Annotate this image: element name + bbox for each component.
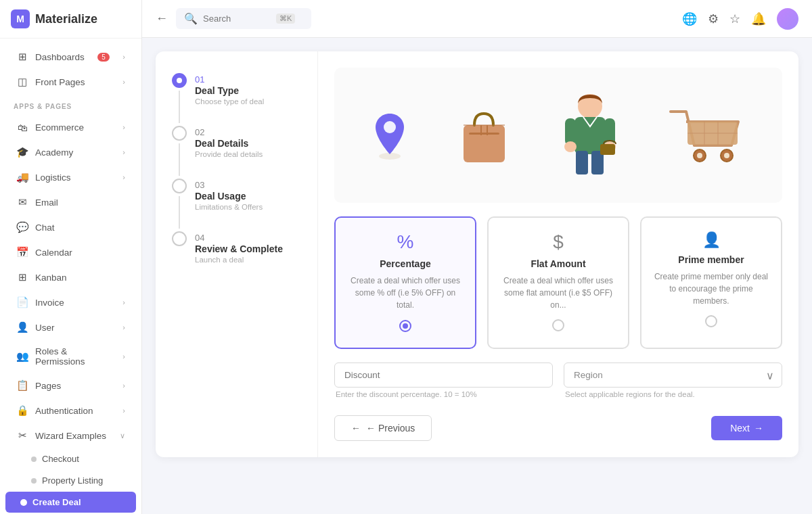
- front-pages-label: Front Pages: [35, 77, 85, 87]
- search-shortcut: ⌘K: [276, 14, 295, 24]
- deal-card-percentage[interactable]: % Percentage Create a deal which offer u…: [334, 216, 476, 349]
- discount-input[interactable]: [334, 363, 553, 388]
- bag-illustration: [455, 101, 513, 169]
- collapse-button[interactable]: ←: [156, 11, 168, 26]
- main-area: ← 🔍 ⌘K 🌐 ⚙ ☆ 🔔: [142, 0, 812, 514]
- step-2-connector: [179, 143, 180, 176]
- sidebar-item-logistics[interactable]: 🚚 Logistics ›: [5, 165, 136, 189]
- percentage-radio[interactable]: [399, 320, 411, 332]
- svg-rect-14: [600, 144, 615, 155]
- wizard-footer: ← ← Previous Next →: [334, 415, 782, 441]
- roles-icon: 👥: [16, 350, 28, 363]
- sidebar-navigation: ⊞ Dashboards 5 › ◫ Front Pages › APPS & …: [0, 39, 141, 514]
- search-bar[interactable]: 🔍 ⌘K: [176, 8, 311, 29]
- sidebar-item-create-deal[interactable]: Create Deal: [5, 492, 136, 513]
- calendar-label: Calendar: [35, 248, 72, 258]
- invoice-icon: 📄: [16, 296, 28, 308]
- percentage-title: Percentage: [346, 258, 464, 269]
- sidebar-item-kanban[interactable]: ⊞ Kanban: [5, 265, 136, 289]
- logistics-label: Logistics: [35, 172, 71, 183]
- sidebar-item-checkout[interactable]: Checkout: [5, 448, 136, 469]
- previous-label: ← Previous: [366, 423, 415, 434]
- avatar-image: [777, 8, 798, 30]
- deal-card-prime-member[interactable]: 👤 Prime member Create prime member only …: [640, 216, 782, 349]
- section-label: APPS & PAGES: [0, 95, 141, 114]
- svg-point-12: [564, 141, 577, 152]
- prime-member-desc: Create prime member only deal to encoura…: [652, 271, 770, 307]
- sidebar-item-property-listing[interactable]: Property Listing: [5, 470, 136, 491]
- sidebar: M Materialize ⊞ Dashboards 5 › ◫ Front P…: [0, 0, 142, 514]
- translate-icon[interactable]: 🌐: [682, 11, 697, 26]
- chat-label: Chat: [35, 223, 55, 233]
- sidebar-item-email[interactable]: ✉ Email: [5, 190, 136, 214]
- sidebar-item-wizard-examples[interactable]: ✂ Wizard Examples ∨: [5, 423, 136, 448]
- deal-illustrations: [334, 68, 782, 203]
- sidebar-item-front-pages[interactable]: ◫ Front Pages ›: [5, 70, 136, 94]
- wizard-icon: ✂: [16, 429, 28, 442]
- authentication-label: Authentication: [35, 406, 93, 416]
- sidebar-item-chat[interactable]: 💬 Chat: [5, 215, 136, 239]
- step-3-subtitle: Limitations & Offers: [195, 203, 263, 211]
- user-icon: 👤: [16, 321, 28, 333]
- step-3-content: 03 Deal Usage Limitations & Offers: [195, 179, 263, 231]
- prime-member-radio[interactable]: [705, 315, 717, 327]
- next-arrow-icon: →: [754, 423, 763, 434]
- invoice-label: Invoice: [35, 298, 64, 308]
- authentication-icon: 🔒: [16, 404, 28, 417]
- step-4-circle: [172, 231, 187, 246]
- dashboards-arrow: ›: [122, 53, 125, 61]
- step-2-title: Deal Details: [195, 138, 263, 149]
- step-1-subtitle: Choose type of deal: [195, 97, 264, 106]
- search-input[interactable]: [203, 14, 271, 24]
- sidebar-item-dashboards[interactable]: ⊞ Dashboards 5 ›: [5, 45, 136, 69]
- region-select[interactable]: Region North America Europe Asia South A…: [564, 363, 782, 388]
- pin-svg: [371, 110, 409, 161]
- header: ← 🔍 ⌘K 🌐 ⚙ ☆ 🔔: [142, 0, 812, 38]
- email-label: Email: [35, 197, 58, 208]
- steps-panel: 01 Deal Type Choose type of deal 02 Deal…: [156, 51, 318, 457]
- sidebar-item-user[interactable]: 👤 User ›: [5, 315, 136, 340]
- deal-card-flat-amount[interactable]: $ Flat Amount Create a deal which offer …: [487, 216, 629, 349]
- header-right: 🌐 ⚙ ☆ 🔔: [682, 8, 798, 30]
- sidebar-item-roles[interactable]: 👥 Roles & Permissions ›: [5, 340, 136, 373]
- sidebar-item-academy[interactable]: 🎓 Academy ›: [5, 140, 136, 164]
- dashboards-icon: ⊞: [16, 51, 28, 63]
- prime-member-title: Prime member: [652, 254, 770, 265]
- wizard-card: 01 Deal Type Choose type of deal 02 Deal…: [156, 51, 798, 457]
- region-select-wrap: Region North America Europe Asia South A…: [564, 363, 782, 388]
- step-2-subtitle: Provide deal details: [195, 150, 263, 158]
- step-2-left: [172, 126, 187, 179]
- pages-icon: 📋: [16, 379, 28, 392]
- discount-hint: Enter the discount percentage. 10 = 10%: [334, 390, 553, 398]
- step-2: 02 Deal Details Provide deal details: [172, 126, 301, 179]
- step-1-content: 01 Deal Type Choose type of deal: [195, 73, 264, 126]
- bookmarks-icon[interactable]: ☆: [729, 11, 740, 26]
- property-label: Property Listing: [42, 475, 103, 486]
- prev-arrow-icon: ←: [351, 423, 361, 434]
- step-4-number: 04: [195, 233, 283, 243]
- step-1-left: [172, 73, 187, 126]
- property-dot: [31, 478, 37, 484]
- sidebar-item-ecommerce[interactable]: 🛍 Ecommerce ›: [5, 115, 136, 139]
- settings-icon[interactable]: ⚙: [708, 11, 719, 26]
- step-1-circle: [172, 73, 187, 88]
- step-3-title: Deal Usage: [195, 191, 263, 202]
- sidebar-item-calendar[interactable]: 📅 Calendar: [5, 240, 136, 264]
- percentage-icon: %: [346, 231, 464, 253]
- step-1-connector: [179, 91, 180, 123]
- wizard-label: Wizard Examples: [35, 431, 106, 441]
- front-pages-icon: ◫: [16, 76, 28, 88]
- percentage-desc: Create a deal which offer uses some % of…: [346, 275, 464, 311]
- ecommerce-label: Ecommerce: [35, 122, 84, 133]
- previous-button[interactable]: ← ← Previous: [334, 415, 432, 441]
- flat-amount-radio[interactable]: [552, 319, 564, 331]
- sidebar-item-authentication[interactable]: 🔒 Authentication ›: [5, 398, 136, 423]
- sidebar-item-pages[interactable]: 📋 Pages ›: [5, 373, 136, 398]
- svg-point-22: [724, 153, 729, 158]
- cart-svg: [667, 101, 745, 169]
- app-name: Materialize: [35, 12, 97, 26]
- sidebar-item-invoice[interactable]: 📄 Invoice ›: [5, 290, 136, 314]
- next-button[interactable]: Next →: [711, 416, 782, 440]
- user-avatar[interactable]: [777, 8, 798, 30]
- notifications-icon[interactable]: 🔔: [751, 11, 766, 26]
